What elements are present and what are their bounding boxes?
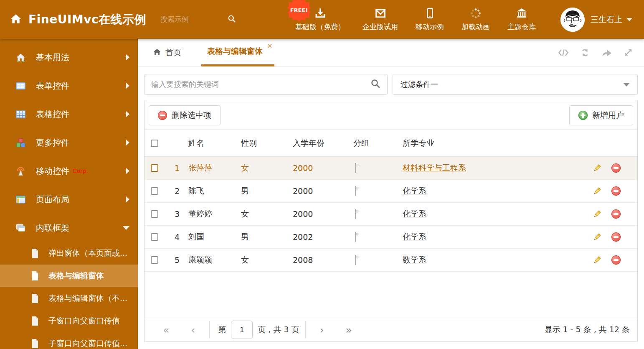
sidebar-subitem-child-to-parent[interactable]: 子窗口向父窗口传值 [0, 310, 138, 332]
delete-row-icon[interactable] [611, 163, 637, 173]
tab-grid-edit-window[interactable]: 表格与编辑窗体 ✕ [201, 39, 274, 66]
row-checkbox[interactable] [151, 187, 158, 195]
tag-icon [355, 255, 356, 265]
row-number: 1 [170, 163, 185, 173]
pagination-bar: « ‹ 第 页 , 共 3 页 › » 显示 1 - 5 条 , 共 12 条 [145, 318, 637, 341]
add-user-button[interactable]: 新增用户 [569, 105, 633, 125]
sidebar-subitem-grid-edit-window-alt[interactable]: 表格与编辑窗体（不... [0, 287, 138, 310]
sidebar-item-inline-frame[interactable]: 内联框架 [0, 214, 138, 242]
tab-home[interactable]: 首页 [152, 39, 181, 66]
open-in-new-icon[interactable] [601, 48, 612, 57]
source-code-icon[interactable] [558, 48, 569, 57]
chevron-right-icon [126, 54, 129, 60]
home-icon [9, 12, 23, 27]
grid-toolbar: 删除选中项 新增用户 [145, 101, 637, 130]
sidebar-subitem-popup-window[interactable]: 弹出窗体（本页面或... [0, 242, 138, 265]
prev-page-button[interactable]: ‹ [191, 325, 195, 335]
refresh-icon[interactable] [580, 48, 590, 58]
user-menu-caret-icon[interactable] [626, 18, 632, 21]
close-tab-icon[interactable]: ✕ [267, 43, 273, 50]
column-header-year[interactable]: 入学年份 [289, 138, 347, 149]
app-logo[interactable]: FineUIMvc在线示例 [9, 12, 146, 28]
nav-enterprise-trial[interactable]: 企业版试用 [354, 8, 407, 32]
major-link[interactable]: 数学系 [403, 255, 426, 264]
nav-theme-repository[interactable]: 主题仓库 [499, 8, 545, 32]
nav-mobile-demos[interactable]: 移动示例 [407, 8, 453, 32]
cell-major: 材料科学与工程系 [398, 163, 592, 173]
row-checkbox[interactable] [151, 256, 158, 264]
delete-row-icon[interactable] [611, 186, 637, 196]
sidebar-item-basic-usage[interactable]: 基本用法 [0, 43, 138, 71]
sidebar-subitem-label: 子窗口向父窗口传值 [48, 316, 120, 326]
home-icon [15, 52, 27, 63]
column-header-group[interactable]: 分组 [347, 138, 398, 149]
header-nav: 基础版（免费） 企业版试用 移动示例 加载动画 [287, 8, 545, 32]
search-icon[interactable] [370, 79, 380, 90]
major-link[interactable]: 化学系 [403, 186, 426, 195]
sidebar-item-more-controls[interactable]: 更多控件 [0, 128, 138, 157]
nav-loading-animations[interactable]: 加载动画 [453, 8, 499, 32]
nav-label: 主题仓库 [507, 22, 536, 32]
avatar[interactable] [560, 8, 585, 32]
table-row[interactable]: 2 陈飞 男 2000 化学系 [145, 180, 637, 203]
table-row[interactable]: 3 董婷婷 女 2000 化学系 [145, 203, 637, 226]
table-row[interactable]: 1 张萍萍 女 2000 材料科学与工程系 [145, 157, 637, 180]
major-link[interactable]: 化学系 [403, 209, 426, 218]
delete-row-icon[interactable] [611, 209, 637, 219]
keyword-search-input[interactable] [151, 80, 370, 89]
filter-select-value: 过滤条件一 [401, 79, 438, 89]
frames-icon [15, 222, 27, 234]
table-row[interactable]: 5 康颖颖 女 2008 数学系 [145, 249, 637, 272]
table-row[interactable]: 4 刘国 男 2002 化学系 [145, 226, 637, 249]
row-checkbox[interactable] [151, 210, 158, 218]
cell-group [347, 232, 398, 242]
cell-group [347, 163, 398, 173]
select-all-checkbox[interactable] [151, 140, 158, 147]
cell-name: 张萍萍 [185, 163, 237, 173]
major-link[interactable]: 材料科学与工程系 [403, 163, 466, 172]
fullscreen-icon[interactable] [624, 48, 633, 57]
edit-row-icon[interactable] [592, 255, 611, 265]
row-checkbox[interactable] [151, 164, 158, 172]
delete-row-icon[interactable] [611, 255, 637, 265]
sidebar-item-mobile-controls[interactable]: 移动控件 Corp. [0, 157, 138, 185]
user-name[interactable]: 三生石上 [591, 14, 622, 25]
column-header-gender[interactable]: 性别 [237, 138, 289, 149]
last-page-button[interactable]: » [346, 325, 352, 335]
edit-row-icon[interactable] [592, 232, 611, 242]
delete-row-icon[interactable] [611, 232, 637, 242]
edit-row-icon[interactable] [592, 163, 611, 173]
delete-selected-button[interactable]: 删除选中项 [149, 105, 221, 125]
row-number: 2 [170, 186, 185, 196]
major-link[interactable]: 化学系 [403, 232, 426, 241]
mobile-icon [424, 8, 435, 19]
column-header-major[interactable]: 所学专业 [398, 138, 592, 149]
tab-actions [558, 48, 633, 58]
column-header-name[interactable]: 姓名 [185, 138, 237, 149]
cell-gender: 女 [237, 255, 289, 265]
tab-bar: 首页 表格与编辑窗体 ✕ [138, 39, 644, 66]
page-number-input[interactable] [231, 321, 253, 339]
next-page-button[interactable]: › [320, 325, 324, 335]
filter-select[interactable]: 过滤条件一 [393, 74, 638, 95]
sidebar-subitem-child-to-parent-alt[interactable]: 子窗口向父窗口传值... [0, 332, 138, 349]
sidebar-item-page-layout[interactable]: 页面布局 [0, 185, 138, 214]
edit-row-icon[interactable] [592, 186, 611, 196]
header-search-input[interactable] [160, 15, 227, 24]
antenna-icon [15, 166, 27, 177]
row-checkbox[interactable] [151, 233, 158, 241]
nav-label: 企业版试用 [363, 22, 398, 32]
edit-row-icon[interactable] [592, 209, 611, 219]
sidebar-item-label: 内联框架 [36, 222, 69, 234]
pager-divider [209, 321, 210, 339]
cell-name: 陈飞 [185, 186, 237, 196]
sidebar-subitem-grid-edit-window[interactable]: 表格与编辑窗体 [0, 265, 138, 287]
file-icon [31, 316, 40, 326]
tab-label: 首页 [165, 47, 181, 58]
cell-year: 2000 [289, 186, 347, 196]
app-header: FineUIMvc在线示例 FREE! 基础版（免费） 企业版试用 移动示例 [0, 0, 644, 39]
first-page-button[interactable]: « [163, 325, 169, 335]
sidebar-item-form-controls[interactable]: 表单控件 [0, 71, 138, 100]
search-icon[interactable] [227, 14, 236, 25]
sidebar-item-grid-controls[interactable]: 表格控件 [0, 100, 138, 128]
